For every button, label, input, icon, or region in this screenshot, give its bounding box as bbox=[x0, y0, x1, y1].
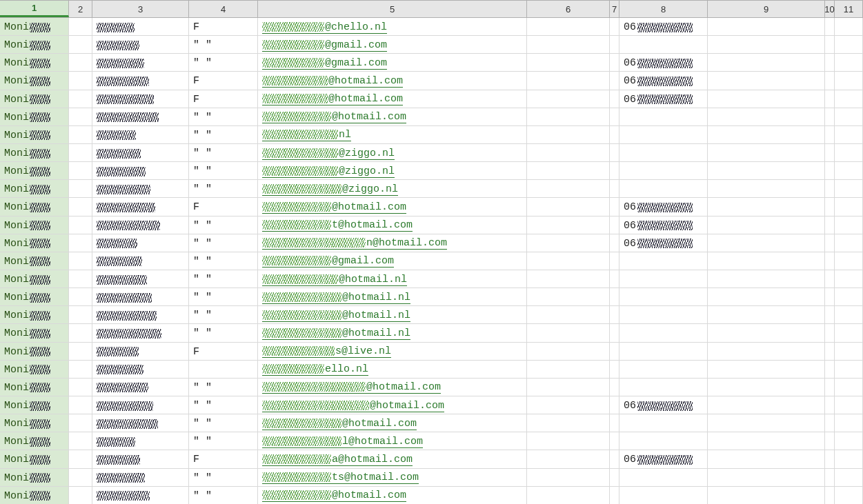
cell-lastname[interactable] bbox=[92, 252, 189, 270]
cell-empty[interactable] bbox=[610, 396, 619, 414]
cell-empty[interactable] bbox=[708, 54, 825, 71]
email-link[interactable]: ts@hotmail.com bbox=[262, 472, 419, 484]
cell-lastname[interactable] bbox=[92, 234, 189, 252]
cell-phone[interactable] bbox=[619, 270, 708, 288]
table-row[interactable]: Moni" "@ziggo.nl bbox=[0, 180, 863, 198]
cell-email[interactable]: @hotmail.com bbox=[258, 396, 527, 414]
table-row[interactable]: MoniF@hotmail.com06 bbox=[0, 90, 863, 108]
column-header-11[interactable]: 11 bbox=[835, 1, 863, 17]
cell-email[interactable]: @ziggo.nl bbox=[258, 180, 527, 197]
cell-empty[interactable] bbox=[527, 198, 610, 215]
cell-firstname[interactable]: Moni bbox=[0, 469, 69, 486]
cell-empty[interactable] bbox=[835, 144, 863, 161]
cell-lastname[interactable] bbox=[92, 126, 189, 143]
cell-empty[interactable] bbox=[825, 469, 835, 486]
spreadsheet[interactable]: 1 2 3 4 5 6 7 8 9 10 11 MoniF@chello.nl0… bbox=[0, 0, 863, 504]
cell-lastname[interactable] bbox=[92, 198, 189, 215]
cell-email[interactable]: s@live.nl bbox=[258, 343, 527, 360]
cell-empty[interactable] bbox=[69, 288, 92, 305]
cell-empty[interactable] bbox=[610, 252, 619, 270]
cell-empty[interactable] bbox=[610, 361, 619, 378]
table-row[interactable]: Moni" "n@hotmail.com06 bbox=[0, 234, 863, 252]
cell-empty[interactable] bbox=[825, 108, 835, 125]
cell-gender[interactable]: " " bbox=[189, 234, 258, 252]
cell-phone[interactable]: 06 bbox=[619, 396, 708, 414]
email-link[interactable]: @chello.nl bbox=[262, 21, 387, 34]
cell-phone[interactable]: 06 bbox=[619, 234, 708, 252]
cell-empty[interactable] bbox=[610, 469, 619, 486]
cell-empty[interactable] bbox=[835, 288, 863, 305]
cell-empty[interactable] bbox=[825, 198, 835, 215]
email-link[interactable]: @hotmail.nl bbox=[262, 292, 410, 304]
cell-email[interactable]: @hotmail.nl bbox=[258, 306, 527, 323]
cell-gender[interactable]: " " bbox=[189, 469, 258, 486]
cell-firstname[interactable]: Moni bbox=[0, 144, 69, 161]
cell-empty[interactable] bbox=[610, 288, 619, 305]
cell-lastname[interactable] bbox=[92, 180, 189, 197]
cell-lastname[interactable] bbox=[92, 288, 189, 305]
cell-empty[interactable] bbox=[825, 270, 835, 288]
cell-gender[interactable]: F bbox=[189, 198, 258, 215]
cell-empty[interactable] bbox=[825, 90, 835, 108]
table-row[interactable]: Moni" "@hotmail.com06 bbox=[0, 396, 863, 414]
column-header-9[interactable]: 9 bbox=[708, 1, 825, 17]
cell-empty[interactable] bbox=[708, 216, 825, 234]
cell-lastname[interactable] bbox=[92, 469, 189, 486]
cell-gender[interactable]: " " bbox=[189, 379, 258, 396]
cell-empty[interactable] bbox=[835, 469, 863, 486]
cell-empty[interactable] bbox=[708, 379, 825, 396]
cell-firstname[interactable]: Moni bbox=[0, 18, 69, 35]
cell-empty[interactable] bbox=[825, 162, 835, 179]
cell-empty[interactable] bbox=[825, 432, 835, 450]
cell-firstname[interactable]: Moni bbox=[0, 216, 69, 234]
table-row[interactable]: Moni" "@gmail.com bbox=[0, 36, 863, 54]
cell-gender[interactable]: F bbox=[189, 450, 258, 467]
cell-empty[interactable] bbox=[835, 18, 863, 35]
cell-empty[interactable] bbox=[708, 234, 825, 252]
cell-lastname[interactable] bbox=[92, 108, 189, 125]
cell-empty[interactable] bbox=[527, 36, 610, 53]
cell-empty[interactable] bbox=[527, 72, 610, 89]
cell-firstname[interactable]: Moni bbox=[0, 324, 69, 341]
cell-empty[interactable] bbox=[835, 252, 863, 270]
column-header-8[interactable]: 8 bbox=[619, 1, 708, 17]
cell-empty[interactable] bbox=[835, 306, 863, 323]
cell-email[interactable]: @hotmail.com bbox=[258, 108, 527, 125]
cell-lastname[interactable] bbox=[92, 36, 189, 53]
cell-empty[interactable] bbox=[708, 144, 825, 161]
cell-lastname[interactable] bbox=[92, 306, 189, 323]
cell-lastname[interactable] bbox=[92, 270, 189, 288]
cell-phone[interactable] bbox=[619, 361, 708, 378]
table-row[interactable]: Moni" "@hotmail.nl bbox=[0, 306, 863, 324]
cell-email[interactable]: @hotmail.com bbox=[258, 72, 527, 89]
table-row[interactable]: Moni" "@gmail.com06 bbox=[0, 54, 863, 72]
cell-empty[interactable] bbox=[527, 306, 610, 323]
cell-phone[interactable] bbox=[619, 144, 708, 161]
table-row[interactable]: MoniF@chello.nl06 bbox=[0, 18, 863, 36]
cell-empty[interactable] bbox=[708, 324, 825, 341]
email-link[interactable]: @gmail.com bbox=[262, 39, 387, 52]
cell-empty[interactable] bbox=[610, 90, 619, 108]
cell-empty[interactable] bbox=[610, 162, 619, 179]
email-link[interactable]: @hotmail.com bbox=[262, 381, 441, 394]
email-link[interactable]: @hotmail.com bbox=[262, 93, 403, 105]
cell-empty[interactable] bbox=[825, 36, 835, 53]
cell-empty[interactable] bbox=[69, 432, 92, 450]
cell-empty[interactable] bbox=[527, 361, 610, 378]
cell-empty[interactable] bbox=[825, 379, 835, 396]
cell-empty[interactable] bbox=[69, 72, 92, 89]
cell-empty[interactable] bbox=[69, 54, 92, 71]
cell-empty[interactable] bbox=[610, 108, 619, 125]
cell-firstname[interactable]: Moni bbox=[0, 234, 69, 252]
cell-empty[interactable] bbox=[527, 126, 610, 143]
column-header-4[interactable]: 4 bbox=[189, 1, 258, 17]
cell-phone[interactable] bbox=[619, 306, 708, 323]
cell-empty[interactable] bbox=[69, 162, 92, 179]
column-header-10[interactable]: 10 bbox=[825, 1, 835, 17]
cell-empty[interactable] bbox=[69, 252, 92, 270]
cell-empty[interactable] bbox=[69, 414, 92, 432]
cell-gender[interactable]: " " bbox=[189, 216, 258, 234]
cell-empty[interactable] bbox=[69, 180, 92, 197]
cell-empty[interactable] bbox=[825, 396, 835, 414]
cell-empty[interactable] bbox=[610, 270, 619, 288]
